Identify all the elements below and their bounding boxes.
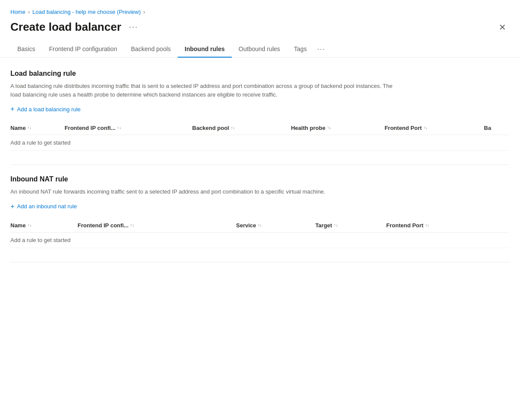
breadcrumb-load-balancing[interactable]: Load balancing - help me choose (Preview… [32,9,141,15]
inbound-nat-rule-table: Name ↑↓ Frontend IP confi... ↑↓ [10,219,510,248]
add-load-balancing-rule-button[interactable]: + Add a load balancing rule [10,106,81,113]
lb-col-frontend-ip[interactable]: Frontend IP confi... ↑↓ [65,121,192,135]
lb-col-frontend-port[interactable]: Frontend Port ↑↓ [384,121,484,135]
tab-frontend-ip-configuration[interactable]: Frontend IP configuration [42,41,124,58]
nat-rule-header-row: Name ↑↓ Frontend IP confi... ↑↓ [10,219,510,233]
load-balancing-rule-title: Load balancing rule [10,70,510,78]
nat-col-frontend-port[interactable]: Frontend Port ↑↓ [386,219,510,233]
load-balancing-rule-desc: A load balancing rule distributes incomi… [10,82,400,99]
nat-rule-empty-message: Add a rule to get started [10,232,510,248]
tabs-more-button[interactable]: ··· [314,41,329,58]
nat-col-service[interactable]: Service ↑↓ [236,219,315,233]
page-container: Home › Load balancing - help me choose (… [0,0,520,420]
sort-arrows-frontend-port: ↑↓ [423,126,427,130]
lb-rule-empty-row: Add a rule to get started [10,135,510,151]
lb-col-name[interactable]: Name ↑↓ [10,121,65,135]
load-balancing-rule-table: Name ↑↓ Frontend IP confi... ↑↓ [10,121,510,151]
close-button[interactable]: ✕ [495,21,510,33]
breadcrumb: Home › Load balancing - help me choose (… [0,0,520,19]
inbound-nat-rule-desc: An inbound NAT rule forwards incoming tr… [10,187,400,196]
nat-col-frontend-ip[interactable]: Frontend IP confi... ↑↓ [78,219,236,233]
lb-rule-table-element: Name ↑↓ Frontend IP confi... ↑↓ [10,121,510,151]
breadcrumb-sep-2: › [143,9,145,15]
lb-rule-empty-message: Add a rule to get started [10,135,510,151]
sort-arrows-nat-name: ↑↓ [27,223,31,227]
sort-arrows-frontend-ip: ↑↓ [117,126,121,130]
lb-col-backend-pool[interactable]: Backend pool ↑↓ [192,121,291,135]
tab-backend-pools[interactable]: Backend pools [124,41,178,58]
nat-col-target[interactable]: Target ↑↓ [315,219,387,233]
plus-icon: + [10,106,14,113]
page-title: Create load balancer [10,20,121,34]
lb-rule-header-row: Name ↑↓ Frontend IP confi... ↑↓ [10,121,510,135]
sort-arrows-backend-pool: ↑↓ [231,126,235,130]
lb-col-health-probe[interactable]: Health probe ↑↓ [291,121,384,135]
nat-col-name[interactable]: Name ↑↓ [10,219,78,233]
inbound-nat-rule-title: Inbound NAT rule [10,175,510,183]
sort-arrows-nat-frontend-port: ↑↓ [425,223,429,227]
sort-arrows-nat-service: ↑↓ [258,223,262,227]
tab-basics[interactable]: Basics [10,41,42,58]
sort-arrows-name: ↑↓ [27,126,31,130]
page-header: Create load balancer ··· ✕ [0,19,520,41]
section-divider [10,165,510,165]
main-content: Load balancing rule A load balancing rul… [0,58,520,285]
header-menu-button[interactable]: ··· [127,21,141,33]
tab-bar: Basics Frontend IP configuration Backend… [0,41,520,58]
sort-arrows-health-probe: ↑↓ [327,126,331,130]
tab-outbound-rules[interactable]: Outbound rules [232,41,287,58]
plus-icon-nat: + [10,203,14,210]
add-inbound-nat-rule-label: Add an inbound nat rule [17,203,77,210]
header-left: Create load balancer ··· [10,20,141,34]
inbound-nat-rule-section: Inbound NAT rule An inbound NAT rule for… [10,175,510,248]
tab-tags[interactable]: Tags [287,41,314,58]
load-balancing-rule-section: Load balancing rule A load balancing rul… [10,70,510,151]
nat-rule-empty-row: Add a rule to get started [10,232,510,248]
breadcrumb-home[interactable]: Home [10,9,26,15]
sort-arrows-nat-frontend-ip: ↑↓ [130,223,134,227]
bottom-divider [10,262,510,262]
lb-col-ba: Ba [484,121,510,135]
tab-inbound-rules[interactable]: Inbound rules [178,41,232,58]
breadcrumb-sep-1: › [28,9,30,15]
add-inbound-nat-rule-button[interactable]: + Add an inbound nat rule [10,203,77,210]
sort-arrows-nat-target: ↑↓ [334,223,338,227]
nat-rule-table-element: Name ↑↓ Frontend IP confi... ↑↓ [10,219,510,248]
add-load-balancing-rule-label: Add a load balancing rule [17,106,81,113]
